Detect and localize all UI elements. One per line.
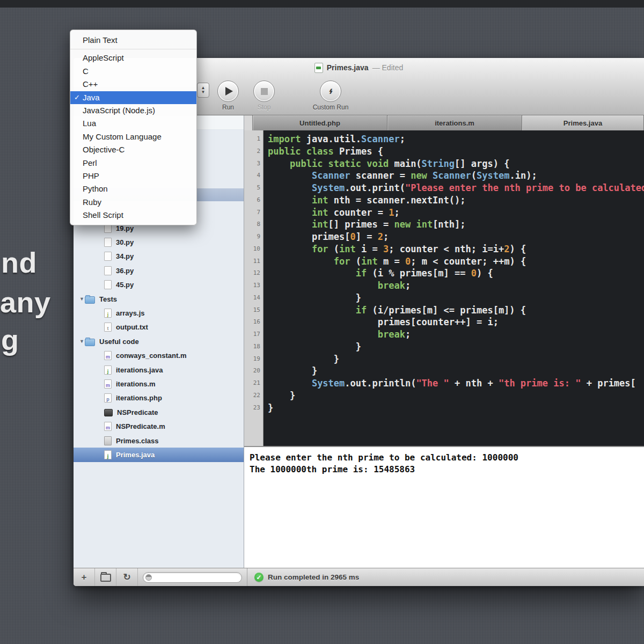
- menu-item-applescript[interactable]: AppleScript: [70, 52, 196, 64]
- code-token: 0: [350, 231, 356, 242]
- menu-item-ruby[interactable]: Ruby: [70, 196, 196, 209]
- sidebar-item-label: 34.py: [116, 252, 134, 260]
- sidebar-item-nspredicate-m[interactable]: mNSPredicate.m: [74, 419, 244, 433]
- line-number: 8: [244, 218, 260, 231]
- sidebar-item-36-py[interactable]: 36.py: [74, 264, 244, 277]
- code-token: break: [378, 280, 405, 291]
- filter-field[interactable]: [143, 572, 242, 583]
- code-token: if: [356, 268, 367, 279]
- menu-item-my-custom-language[interactable]: My Custom Language: [70, 130, 196, 143]
- sidebar-item-30-py[interactable]: 30.py: [74, 235, 244, 249]
- menu-item-label: C++: [83, 79, 98, 89]
- file-java-icon: j: [104, 365, 112, 375]
- disclosure-triangle-icon[interactable]: ▼: [79, 296, 85, 302]
- disclosure-triangle-icon[interactable]: ▼: [79, 339, 85, 344]
- code-line: Scanner scanner = new Scanner(System.in)…: [268, 170, 644, 182]
- file-m-icon: m: [104, 351, 112, 360]
- run-status: ✓ Run completed in 2965 ms: [254, 573, 359, 582]
- menu-item-label: Java: [83, 93, 100, 102]
- code-line: }: [268, 365, 644, 377]
- code-token: counter =: [328, 207, 389, 218]
- run-button[interactable]: Run: [210, 80, 246, 111]
- code-line: }: [268, 353, 644, 365]
- code-token: [nth];: [433, 219, 465, 230]
- custom-run-button[interactable]: ⌁ Custom Run: [290, 80, 371, 111]
- line-number: 2: [244, 145, 260, 158]
- code-line: if (i/primes[m] <= primes[m]) {: [268, 304, 644, 317]
- sidebar-item-label: iterations.java: [116, 366, 163, 374]
- code-token: [268, 268, 356, 279]
- menu-item-python[interactable]: Python: [70, 182, 196, 195]
- console-output[interactable]: Please enter the nth prime to be calcula…: [244, 446, 644, 568]
- menu-item-label: Shell Script: [83, 210, 123, 219]
- code-line: import java.util.Scanner;: [268, 133, 644, 145]
- language-stepper[interactable]: ▲▼: [197, 83, 209, 98]
- tab-untitled-php[interactable]: Untitled.php: [253, 115, 387, 130]
- code-line: int counter = 1;: [268, 207, 644, 219]
- menu-item-javascript-node-js-[interactable]: JavaScript (Node.js): [70, 104, 196, 117]
- sidebar-item-output-txt[interactable]: toutput.txt: [74, 320, 244, 334]
- sidebar-item-34-py[interactable]: 34.py: [74, 250, 244, 264]
- refresh-button[interactable]: ↻: [116, 568, 138, 586]
- code-line: int[] primes = new int[nth];: [268, 218, 644, 231]
- code-token: Scanner: [312, 170, 350, 181]
- sidebar-item-iterations-java[interactable]: jiterations.java: [74, 363, 244, 377]
- sidebar-item-conways-constant-m[interactable]: mconways_constant.m: [74, 349, 244, 363]
- sidebar-item-primes-java[interactable]: jPrimes.java: [74, 448, 244, 462]
- sidebar-folder-useful-code[interactable]: ▼Useful code: [74, 334, 244, 348]
- code-token: new: [394, 219, 411, 230]
- code-token: }: [268, 390, 295, 401]
- sidebar-item-label: 36.py: [116, 267, 134, 275]
- menu-item-label: PHP: [83, 171, 99, 180]
- stop-button[interactable]: Stop: [246, 80, 282, 111]
- code-token: ;: [394, 207, 399, 218]
- code-token: nth = scanner.nextInt();: [328, 195, 466, 206]
- tab-primes-java[interactable]: Primes.java: [522, 115, 644, 130]
- code-token: ;: [405, 329, 411, 340]
- sidebar-folder-tests[interactable]: ▼Tests: [74, 292, 244, 306]
- sidebar-item-45-py[interactable]: 45.py: [74, 278, 244, 292]
- menu-item-c[interactable]: C: [70, 65, 196, 78]
- folder-button[interactable]: [95, 568, 116, 586]
- sidebar-item-label: 30.py: [116, 238, 134, 246]
- window-edited-state: — Edited: [372, 63, 404, 72]
- code-line: for (int m = 0; m < counter; ++m) {: [268, 255, 644, 268]
- code-token: [268, 219, 312, 230]
- menu-item-shell-script[interactable]: Shell Script: [70, 209, 196, 222]
- file-m-icon: m: [104, 422, 112, 431]
- sidebar-item-nspredicate[interactable]: NSPredicate: [74, 405, 244, 419]
- code-token: + primes[: [581, 378, 635, 389]
- wrench-icon: ⌁: [325, 89, 336, 94]
- menu-item-lua[interactable]: Lua: [70, 117, 196, 130]
- code-text-area[interactable]: import java.util.Scanner;public class Pr…: [264, 130, 644, 446]
- code-token: int: [312, 195, 328, 206]
- sidebar-item-primes-class[interactable]: Primes.class: [74, 434, 244, 448]
- code-token: + nth +: [449, 378, 499, 389]
- menu-item-plain-text[interactable]: Plain Text: [70, 34, 196, 47]
- sidebar-item-arrays-js[interactable]: jarrays.js: [74, 306, 244, 320]
- line-number: 12: [244, 267, 260, 280]
- run-status-text: Run completed in 2965 ms: [268, 573, 359, 581]
- code-token: [268, 207, 312, 218]
- code-token: new: [411, 170, 427, 181]
- menu-item-c-[interactable]: C++: [70, 78, 196, 91]
- code-token: System: [312, 378, 345, 389]
- file-badge: j: [105, 369, 111, 374]
- sidebar-item-iterations-php[interactable]: piterations.php: [74, 391, 244, 405]
- code-token: }: [268, 365, 317, 376]
- code-editor[interactable]: 1234567891011121314151617181920212223 im…: [244, 130, 644, 446]
- menu-item-php[interactable]: PHP: [70, 170, 196, 182]
- code-token: }: [268, 341, 361, 352]
- code-token: if: [356, 305, 367, 316]
- menu-item-perl[interactable]: Perl: [70, 157, 196, 170]
- bottom-bar: + ↻ ✓ Run completed in 2965 ms: [74, 568, 644, 586]
- menu-item-java[interactable]: ✓Java: [70, 91, 196, 104]
- tab-iterations-m[interactable]: iterations.m: [387, 115, 522, 130]
- file-generic-icon: [104, 280, 112, 289]
- menu-item-objective-c[interactable]: Objective-C: [70, 143, 196, 156]
- add-button[interactable]: +: [74, 568, 95, 586]
- file-badge: t: [105, 326, 111, 331]
- code-token: int: [339, 244, 356, 254]
- code-line: if (i % primes[m] == 0) {: [268, 267, 644, 280]
- sidebar-item-iterations-m[interactable]: miterations.m: [74, 377, 244, 391]
